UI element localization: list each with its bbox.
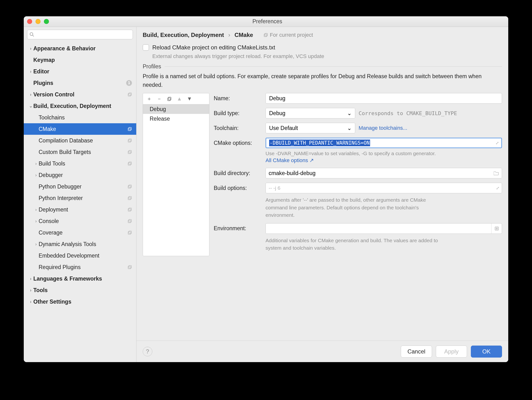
svg-rect-27	[168, 97, 171, 100]
help-button[interactable]: ?	[143, 347, 152, 356]
tree-item-dynamic-analysis-tools[interactable]: ›Dynamic Analysis Tools	[24, 238, 136, 250]
add-profile-button[interactable]: ＋	[146, 95, 152, 102]
tree-item-label: Build Tools	[39, 160, 128, 167]
tree-item-appearance-behavior[interactable]: ›Appearance & Behavior	[24, 43, 136, 54]
tree-item-editor[interactable]: ›Editor	[24, 66, 136, 77]
tree-item-toolchains[interactable]: Toolchains	[24, 112, 136, 123]
edit-env-button[interactable]	[491, 223, 502, 234]
divider	[165, 66, 502, 67]
chevron-down-icon: ⌄	[347, 110, 352, 117]
move-down-button[interactable]: ▼	[186, 95, 193, 102]
profile-item-debug[interactable]: Debug	[143, 104, 209, 114]
project-scope-icon	[128, 161, 132, 166]
expand-icon[interactable]: ⤢	[496, 186, 499, 191]
tree-item-keymap[interactable]: Keymap	[24, 54, 136, 66]
reload-on-edit-label: Reload CMake project on editing CMakeLis…	[152, 44, 275, 51]
name-input[interactable]	[266, 93, 502, 104]
crumb-current: CMake	[234, 32, 253, 38]
tree-item-deployment[interactable]: ›Deployment	[24, 204, 136, 215]
tree-item-console[interactable]: ›Console	[24, 215, 136, 227]
tree-item-version-control[interactable]: ›Version Control	[24, 89, 136, 100]
tree-item-label: Editor	[33, 68, 132, 75]
environment-input[interactable]	[266, 223, 502, 234]
cmake-options-hint: Use -DVAR_NAME=value to set variables, -…	[266, 151, 502, 156]
scope-tag: For current project	[264, 32, 313, 38]
cmake-options-label: CMake options:	[214, 140, 262, 146]
tree-item-required-plugins[interactable]: Required Plugins	[24, 261, 136, 273]
tree-item-label: CMake	[39, 126, 128, 132]
tree-arrow-icon: ›	[33, 173, 39, 178]
tree-item-coverage[interactable]: Coverage	[24, 227, 136, 238]
tree-item-languages-frameworks[interactable]: ›Languages & Frameworks	[24, 273, 136, 284]
tree-arrow-icon: ›	[33, 161, 39, 166]
tree-item-build-execution-deployment[interactable]: ⌄Build, Execution, Deployment	[24, 100, 136, 112]
tree-item-label: Appearance & Behavior	[33, 45, 132, 52]
svg-rect-14	[128, 197, 131, 200]
tree-arrow-icon: ⌄	[28, 103, 33, 109]
tree-item-custom-build-targets[interactable]: Custom Build Targets	[24, 146, 136, 158]
move-up-button[interactable]: ▲	[176, 95, 183, 102]
tree-item-label: Version Control	[33, 91, 128, 98]
window-title: Preferences	[30, 18, 505, 25]
tree-item-label: Compilation Database	[39, 137, 128, 144]
tree-item-tools[interactable]: ›Tools	[24, 284, 136, 296]
profiles-toolbar: ＋ － ▲ ▼	[143, 93, 209, 104]
remove-profile-button[interactable]: －	[156, 95, 163, 102]
tree-arrow-icon: ›	[33, 207, 39, 212]
tree-item-label: Dynamic Analysis Tools	[39, 241, 132, 248]
tree-item-cmake[interactable]: CMake	[24, 123, 136, 135]
project-scope-icon	[128, 150, 132, 154]
build-options-label: Build options:	[214, 185, 262, 191]
cancel-button[interactable]: Cancel	[401, 346, 432, 358]
manage-toolchains-link[interactable]: Manage toolchains...	[359, 125, 407, 131]
tree-item-python-debugger[interactable]: Python Debugger	[24, 181, 136, 192]
folder-icon[interactable]	[494, 171, 499, 175]
tree-item-label: Python Interpreter	[39, 195, 128, 201]
profile-item-release[interactable]: Release	[143, 114, 209, 123]
tree-item-build-tools[interactable]: ›Build Tools	[24, 158, 136, 169]
svg-rect-8	[128, 151, 131, 154]
tree-arrow-icon: ›	[28, 276, 33, 281]
tree-item-label: Toolchains	[39, 114, 132, 121]
crumb-parent[interactable]: Build, Execution, Deployment	[143, 32, 224, 38]
ok-button[interactable]: OK	[471, 346, 502, 358]
project-scope-icon	[128, 196, 132, 200]
build-directory-input[interactable]: cmake-build-debug	[266, 168, 502, 178]
build-options-input[interactable]: -- -j 6 ⤢	[266, 183, 502, 193]
svg-rect-23	[129, 266, 132, 268]
build-type-select[interactable]: Debug ⌄	[266, 108, 355, 119]
all-cmake-options-link[interactable]: All CMake options ↗	[266, 157, 314, 163]
project-scope-icon	[128, 230, 132, 235]
copy-profile-button[interactable]	[166, 95, 173, 102]
toolchain-select[interactable]: Use Default ⌄	[266, 123, 355, 133]
tree-item-label: Build, Execution, Deployment	[33, 103, 132, 109]
tree-item-debugger[interactable]: ›Debugger	[24, 169, 136, 181]
expand-icon[interactable]: ⤢	[495, 140, 499, 146]
tree-item-other-settings[interactable]: ›Other Settings	[24, 296, 136, 307]
tree-item-label: Python Debugger	[39, 184, 128, 190]
environment-hint: Additional variables for CMake generatio…	[266, 237, 438, 252]
svg-rect-9	[129, 150, 132, 153]
tree-arrow-icon: ›	[33, 242, 39, 247]
apply-button[interactable]: Apply	[436, 346, 467, 358]
svg-rect-18	[128, 220, 131, 223]
tree-item-label: Deployment	[39, 206, 128, 213]
svg-rect-3	[129, 93, 132, 95]
svg-rect-16	[128, 209, 131, 211]
tree-item-plugins[interactable]: Plugins1	[24, 77, 136, 89]
cmake-options-input[interactable]: -DBUILD_WITH_PEDANTIC_WARNINGS=ON ⤢	[266, 138, 502, 148]
tree-item-embedded-development[interactable]: Embedded Development	[24, 250, 136, 261]
build-type-label: Build type:	[214, 110, 262, 117]
tree-item-label: Console	[39, 218, 128, 224]
profiles-section-title: Profiles	[143, 63, 161, 70]
tree-item-python-interpreter[interactable]: Python Interpreter	[24, 192, 136, 204]
search-input[interactable]	[27, 30, 133, 39]
svg-rect-7	[129, 139, 132, 141]
tree-arrow-icon: ›	[33, 219, 39, 224]
breadcrumb: Build, Execution, Deployment › CMake For…	[136, 27, 508, 41]
tree-item-compilation-database[interactable]: Compilation Database	[24, 135, 136, 146]
reload-on-edit-checkbox[interactable]	[143, 44, 149, 51]
svg-rect-15	[129, 197, 132, 199]
tree-item-label: Tools	[33, 287, 132, 293]
project-scope-icon	[128, 219, 132, 223]
